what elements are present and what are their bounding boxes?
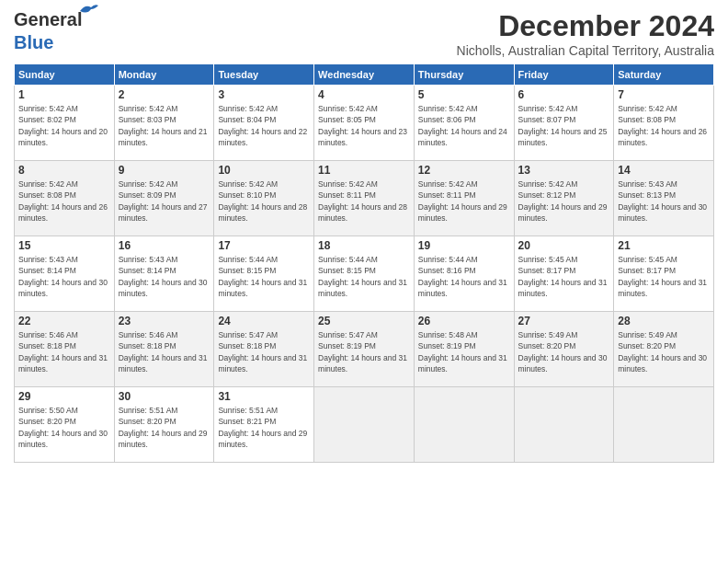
empty-cell <box>614 387 714 463</box>
month-title: December 2024 <box>457 9 714 43</box>
table-row: 15 Sunrise: 5:43 AM Sunset: 8:14 PM Dayl… <box>15 236 115 312</box>
calendar-header-row: Sunday Monday Tuesday Wednesday Thursday… <box>15 64 714 86</box>
table-row: 12 Sunrise: 5:42 AM Sunset: 8:11 PM Dayl… <box>414 161 514 236</box>
col-monday: Monday <box>114 64 214 86</box>
header: General Blue December 2024 Nicholls, Aus… <box>14 9 714 58</box>
logo-blue: Blue <box>14 32 53 52</box>
calendar-body: 1 Sunrise: 5:42 AM Sunset: 8:02 PM Dayli… <box>15 86 714 463</box>
col-friday: Friday <box>514 64 614 86</box>
week-row: 8 Sunrise: 5:42 AM Sunset: 8:08 PM Dayli… <box>15 161 714 236</box>
location-title: Nicholls, Australian Capital Territory, … <box>457 43 714 58</box>
table-row: 23 Sunrise: 5:46 AM Sunset: 8:18 PM Dayl… <box>114 312 214 387</box>
table-row: 17 Sunrise: 5:44 AM Sunset: 8:15 PM Dayl… <box>214 236 314 312</box>
empty-cell <box>514 387 614 463</box>
week-row: 1 Sunrise: 5:42 AM Sunset: 8:02 PM Dayli… <box>15 86 714 161</box>
table-row: 31 Sunrise: 5:51 AM Sunset: 8:21 PM Dayl… <box>214 387 314 463</box>
table-row: 21 Sunrise: 5:45 AM Sunset: 8:17 PM Dayl… <box>614 236 714 312</box>
title-section: December 2024 Nicholls, Australian Capit… <box>457 9 714 58</box>
table-row: 28 Sunrise: 5:49 AM Sunset: 8:20 PM Dayl… <box>614 312 714 387</box>
col-wednesday: Wednesday <box>314 64 415 86</box>
col-tuesday: Tuesday <box>214 64 314 86</box>
table-row: 25 Sunrise: 5:47 AM Sunset: 8:19 PM Dayl… <box>314 312 415 387</box>
table-row: 24 Sunrise: 5:47 AM Sunset: 8:18 PM Dayl… <box>214 312 314 387</box>
table-row: 3 Sunrise: 5:42 AM Sunset: 8:04 PM Dayli… <box>214 86 314 161</box>
table-row: 30 Sunrise: 5:51 AM Sunset: 8:20 PM Dayl… <box>114 387 214 463</box>
table-row: 29 Sunrise: 5:50 AM Sunset: 8:20 PM Dayl… <box>15 387 115 463</box>
table-row: 16 Sunrise: 5:43 AM Sunset: 8:14 PM Dayl… <box>114 236 214 312</box>
logo-bird-icon <box>78 2 98 18</box>
table-row: 4 Sunrise: 5:42 AM Sunset: 8:05 PM Dayli… <box>314 86 415 161</box>
table-row: 14 Sunrise: 5:43 AM Sunset: 8:13 PM Dayl… <box>614 161 714 236</box>
week-row: 29 Sunrise: 5:50 AM Sunset: 8:20 PM Dayl… <box>15 387 714 463</box>
table-row: 9 Sunrise: 5:42 AM Sunset: 8:09 PM Dayli… <box>114 161 214 236</box>
calendar-table: Sunday Monday Tuesday Wednesday Thursday… <box>14 63 714 463</box>
calendar-container: General Blue December 2024 Nicholls, Aus… <box>0 0 728 563</box>
table-row: 7 Sunrise: 5:42 AM Sunset: 8:08 PM Dayli… <box>614 86 714 161</box>
table-row: 10 Sunrise: 5:42 AM Sunset: 8:10 PM Dayl… <box>214 161 314 236</box>
empty-cell <box>314 387 415 463</box>
logo: General Blue <box>14 9 82 53</box>
table-row: 13 Sunrise: 5:42 AM Sunset: 8:12 PM Dayl… <box>514 161 614 236</box>
table-row: 2 Sunrise: 5:42 AM Sunset: 8:03 PM Dayli… <box>114 86 214 161</box>
week-row: 15 Sunrise: 5:43 AM Sunset: 8:14 PM Dayl… <box>15 236 714 312</box>
table-row: 6 Sunrise: 5:42 AM Sunset: 8:07 PM Dayli… <box>514 86 614 161</box>
week-row: 22 Sunrise: 5:46 AM Sunset: 8:18 PM Dayl… <box>15 312 714 387</box>
table-row: 5 Sunrise: 5:42 AM Sunset: 8:06 PM Dayli… <box>414 86 514 161</box>
table-row: 18 Sunrise: 5:44 AM Sunset: 8:15 PM Dayl… <box>314 236 415 312</box>
col-saturday: Saturday <box>614 64 714 86</box>
table-row: 1 Sunrise: 5:42 AM Sunset: 8:02 PM Dayli… <box>15 86 115 161</box>
table-row: 26 Sunrise: 5:48 AM Sunset: 8:19 PM Dayl… <box>414 312 514 387</box>
logo-general: General <box>14 9 82 29</box>
table-row: 20 Sunrise: 5:45 AM Sunset: 8:17 PM Dayl… <box>514 236 614 312</box>
table-row: 27 Sunrise: 5:49 AM Sunset: 8:20 PM Dayl… <box>514 312 614 387</box>
table-row: 19 Sunrise: 5:44 AM Sunset: 8:16 PM Dayl… <box>414 236 514 312</box>
table-row: 11 Sunrise: 5:42 AM Sunset: 8:11 PM Dayl… <box>314 161 415 236</box>
table-row: 8 Sunrise: 5:42 AM Sunset: 8:08 PM Dayli… <box>15 161 115 236</box>
table-row: 22 Sunrise: 5:46 AM Sunset: 8:18 PM Dayl… <box>15 312 115 387</box>
col-thursday: Thursday <box>414 64 514 86</box>
empty-cell <box>414 387 514 463</box>
col-sunday: Sunday <box>15 64 115 86</box>
